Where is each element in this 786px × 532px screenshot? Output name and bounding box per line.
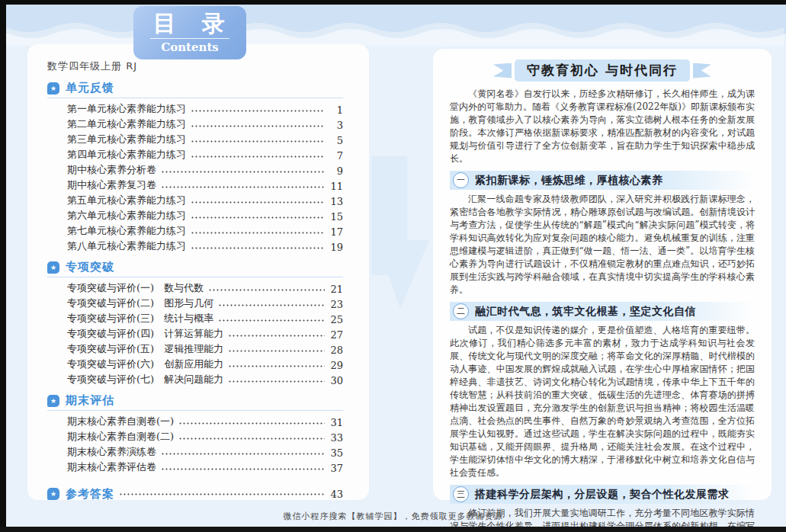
toc-item-page: 19 [329,242,343,253]
toc-section-title: 期末评估 [66,393,114,408]
toc-item: 第八单元核心素养能力练习19 [47,238,343,253]
footer-note: 微信小程序搜索【教辅学园】，免费领取更多教辅资源 [0,511,786,522]
article-subheading-1: 一 紧扣新课标，锤炼思维，厚植核心素养 [450,171,755,190]
toc-section-header-final-evaluation: ★ 期末评估 [47,393,343,411]
toc-item-label: 专项突破与评价(四) 计算运算能力 [67,327,223,341]
toc-item-label: 第四单元核心素养能力练习 [67,148,186,162]
star-badge-icon: ★ [47,82,59,95]
ribbon-left-icon [493,63,512,79]
toc-item: 期末核心素养自测卷(一)31 [47,413,343,428]
toc-item-page: 13 [329,196,343,207]
toc-item: 专项突破与评价(三) 统计与概率25 [47,310,343,325]
article-title-banner: 守教育初心 与时代同行 [450,59,755,82]
toc-section-answers: ★ 参考答案 43 [47,483,343,502]
toc-item-label: 专项突破与评价(六) 创新应用能力 [67,357,223,371]
toc-item: 专项突破与评价(五) 逻辑推理能力28 [47,341,343,356]
dotted-leader [228,348,325,354]
toc-item-label: 期末核心素养自测卷(二) [67,430,174,444]
article-subheading-2: 二 融汇时代气息，筑牢文化根基，坚定文化自信 [450,302,755,321]
dotted-leader [161,466,325,472]
toc-item-page: 11 [329,181,343,192]
dotted-leader [161,168,325,175]
toc-section-header-special-breakthrough: ★ 专项突破 [47,260,343,277]
dotted-leader [191,153,325,159]
toc-section-title: 专项突破 [66,260,114,274]
toc-item-label: 期中核心素养分析卷 [67,163,156,177]
article-subheading-title: 融汇时代气息，筑牢文化根基，坚定文化自信 [475,305,696,319]
dotted-leader [228,378,325,384]
scan-edge-top [0,0,786,5]
toc-item: 第二单元核心素养能力练习3 [47,116,343,131]
toc-item-label: 专项突破与评价(七) 解决问题能力 [67,373,223,386]
toc-item-page: 21 [329,284,343,295]
toc-item-page: 30 [329,375,343,386]
toc-answers-title: 参考答案 [66,487,114,502]
toc-item: 专项突破与评价(六) 创新应用能力29 [47,356,343,371]
circled-number-icon: 二 [453,303,469,319]
toc-item-label: 第二单元核心素养能力练习 [67,117,186,131]
toc-item: 期末核心素养评估卷37 [47,459,343,474]
toc-item-page: 5 [329,135,343,146]
toc-item-page: 33 [329,432,343,444]
dotted-leader [178,420,325,426]
toc-item-page: 28 [329,345,343,356]
toc-item: 期中核心素养分析卷9 [47,162,343,177]
toc-item-label: 第一单元核心素养能力练习 [67,102,186,116]
article-subheading-3: 三 搭建科学分层架构，分层设题，契合个性化发展需求 [450,485,755,504]
toc-item: 第三单元核心素养能力练习5 [47,131,343,146]
toc-item-page: 35 [329,447,343,459]
toc-item-label: 专项突破与评价(五) 逻辑推理能力 [67,342,223,356]
toc-item: 期末核心素养演练卷35 [47,444,343,459]
dotted-leader [228,332,325,338]
dotted-leader [178,435,325,441]
toc-item-page: 27 [329,329,343,341]
article-intro: 《黄冈名卷》自发行以来，历经多次精研修订，长久相伴师生，成为课堂内外的可靠助力。… [450,88,755,165]
scan-edge-left [0,0,6,532]
contents-tab: 目 录 Contents [133,6,246,59]
toc-item: 专项突破与评价(七) 解决问题能力30 [47,371,343,386]
toc-item-page: 1 [329,104,343,116]
toc-item: 期末核心素养自测卷(二)33 [47,428,343,444]
star-badge-icon: ★ [47,395,59,407]
dotted-leader [191,229,325,236]
header-wave-band [6,5,786,46]
toc-item: 第六单元核心素养能力练习15 [47,207,343,223]
toc-item: 第一单元核心素养能力练习1 [47,101,343,116]
toc-item: 期中核心素养复习卷11 [47,177,343,192]
article-subheading-title: 搭建科学分层架构，分层设题，契合个性化发展需求 [475,488,730,502]
toc-item-page: 15 [329,211,343,223]
foreword-panel: 守教育初心 与时代同行 《黄冈名卷》自发行以来，历经多次精研修订，长久相伴师生，… [433,49,772,500]
toc-item: 专项突破与评价(一) 数与代数21 [47,280,343,295]
contents-tab-subtitle: Contents [150,38,229,54]
toc-item: 第七单元核心素养能力练习17 [47,223,343,238]
book-label: 数学四年级上册 RJ [47,59,343,73]
dotted-leader [191,107,325,114]
toc-item: 专项突破与评价(四) 计算运算能力27 [47,325,343,341]
toc-item-page: 37 [329,463,343,474]
dotted-leader [191,138,325,144]
toc-item-label: 期中核心素养复习卷 [67,178,156,192]
toc-item-label: 第五单元核心素养能力练习 [67,194,186,207]
contents-tab-title: 目 录 [153,11,226,36]
article-title: 守教育初心 与时代同行 [515,59,690,82]
toc-item-label: 专项突破与评价(三) 统计与概率 [67,312,213,325]
toc-item-page: 23 [329,299,343,310]
circled-number-icon: 一 [453,172,469,188]
toc-item: 专项突破与评价(二) 图形与几何23 [47,295,343,310]
circled-number-icon: 三 [453,486,469,502]
dotted-leader [191,123,325,129]
toc-item-page: 25 [329,314,343,325]
toc-item-label: 期末核心素养评估卷 [67,460,156,474]
star-badge-icon: ★ [47,261,59,274]
toc-item-page: 29 [329,360,343,371]
dotted-leader [161,450,325,457]
toc-section-title: 单元反馈 [66,81,114,95]
dotted-leader [191,214,325,220]
dotted-leader [208,287,325,293]
toc-item-label: 第六单元核心素养能力练习 [67,209,186,223]
toc-item-label: 专项突破与评价(二) 图形与几何 [67,296,213,310]
toc-item-page: 31 [329,417,343,428]
article-subheading-title: 紧扣新课标，锤炼思维，厚植核心素养 [475,174,663,187]
toc-item: 第四单元核心素养能力练习7 [47,146,343,162]
dotted-leader [228,363,325,369]
